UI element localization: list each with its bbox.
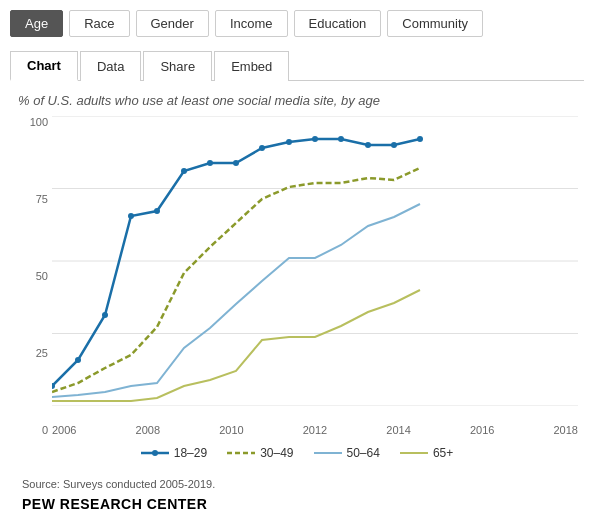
- x-label-2010: 2010: [219, 424, 243, 436]
- x-label-2016: 2016: [470, 424, 494, 436]
- legend-label-18-29: 18–29: [174, 446, 207, 460]
- svg-point-9: [154, 208, 160, 214]
- svg-point-8: [128, 213, 134, 219]
- chart-title: % of U.S. adults who use at least one so…: [18, 93, 576, 108]
- legend-item-50-64: 50–64: [314, 446, 380, 460]
- chart-area: 100 75 50 25 0: [18, 116, 578, 436]
- legend-row: 18–29 30–49 50–64 65+: [18, 446, 576, 460]
- tab-community[interactable]: Community: [387, 10, 483, 37]
- x-label-2018: 2018: [553, 424, 577, 436]
- legend-item-30-49: 30–49: [227, 446, 293, 460]
- pew-brand: PEW RESEARCH CENTER: [22, 496, 576, 512]
- svg-point-7: [102, 312, 108, 318]
- sub-tab-data[interactable]: Data: [80, 51, 141, 81]
- legend-label-50-64: 50–64: [347, 446, 380, 460]
- tab-gender[interactable]: Gender: [136, 10, 209, 37]
- source-text: Source: Surveys conducted 2005-2019.: [22, 478, 576, 490]
- tab-race[interactable]: Race: [69, 10, 129, 37]
- legend-label-65plus: 65+: [433, 446, 453, 460]
- svg-point-14: [286, 139, 292, 145]
- sub-tab-embed[interactable]: Embed: [214, 51, 289, 81]
- legend-item-18-29: 18–29: [141, 446, 207, 460]
- svg-point-13: [259, 145, 265, 151]
- tab-income[interactable]: Income: [215, 10, 288, 37]
- svg-point-10: [181, 168, 187, 174]
- y-label-25: 25: [18, 347, 48, 359]
- y-label-0: 0: [18, 424, 48, 436]
- svg-point-12: [233, 160, 239, 166]
- tab-age[interactable]: Age: [10, 10, 63, 37]
- y-label-75: 75: [18, 193, 48, 205]
- main-tabs-row: Age Race Gender Income Education Communi…: [10, 10, 584, 37]
- chart-svg: [52, 116, 578, 406]
- svg-point-15: [312, 136, 318, 142]
- x-label-2008: 2008: [136, 424, 160, 436]
- tab-education[interactable]: Education: [294, 10, 382, 37]
- sub-tab-chart[interactable]: Chart: [10, 51, 78, 81]
- y-label-100: 100: [18, 116, 48, 128]
- legend-label-30-49: 30–49: [260, 446, 293, 460]
- svg-point-16: [338, 136, 344, 142]
- x-label-2014: 2014: [386, 424, 410, 436]
- y-axis: 100 75 50 25 0: [18, 116, 48, 436]
- svg-point-21: [152, 450, 158, 456]
- sub-tab-share[interactable]: Share: [143, 51, 212, 81]
- svg-point-17: [365, 142, 371, 148]
- y-label-50: 50: [18, 270, 48, 282]
- chart-inner: [52, 116, 578, 406]
- x-label-2006: 2006: [52, 424, 76, 436]
- svg-point-11: [207, 160, 213, 166]
- sub-tabs-row: Chart Data Share Embed: [10, 51, 584, 81]
- legend-item-65plus: 65+: [400, 446, 453, 460]
- x-label-2012: 2012: [303, 424, 327, 436]
- svg-point-18: [391, 142, 397, 148]
- x-axis: 2006 2008 2010 2012 2014 2016 2018: [52, 424, 578, 436]
- svg-point-19: [417, 136, 423, 142]
- svg-point-6: [75, 357, 81, 363]
